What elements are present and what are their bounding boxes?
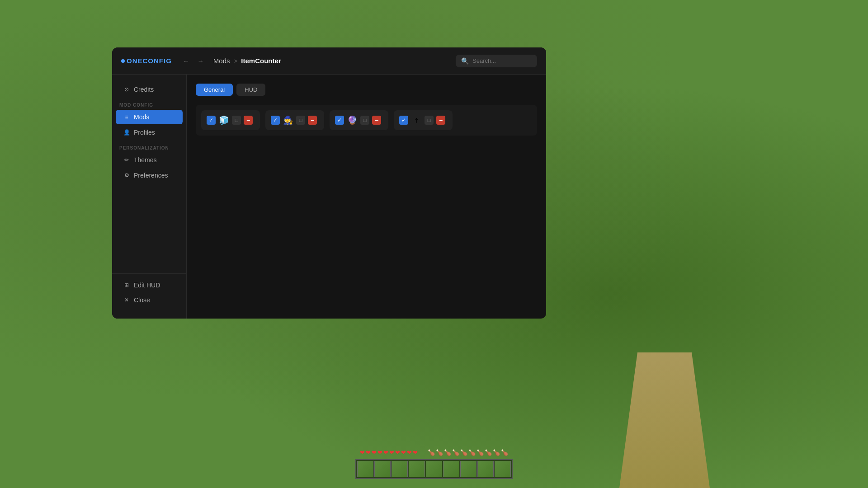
health-bar: ❤ ❤ ❤ ❤ ❤ ❤ ❤ ❤ ❤ ❤ 🍗 🍗 🍗 🍗 🍗 🍗 🍗 🍗 🍗 🍗 bbox=[360, 449, 508, 457]
hud-settings-4[interactable]: □ bbox=[425, 116, 434, 125]
breadcrumb-parent[interactable]: Mods bbox=[213, 57, 230, 65]
hotbar bbox=[355, 459, 513, 479]
heart-5: ❤ bbox=[383, 449, 388, 457]
hud-delete-1[interactable]: − bbox=[244, 116, 253, 125]
food-2: 🍗 bbox=[436, 449, 443, 457]
search-input[interactable] bbox=[472, 57, 532, 64]
check-icon-4: ✓ bbox=[401, 117, 406, 123]
sidebar-item-mods[interactable]: ≡ Mods bbox=[116, 110, 183, 124]
food-5: 🍗 bbox=[460, 449, 467, 457]
hud-delete-2[interactable]: − bbox=[308, 116, 317, 125]
hud-icon-2: 🧙 bbox=[283, 115, 293, 126]
themes-icon: ✏ bbox=[123, 157, 130, 163]
hotbar-slot-7[interactable] bbox=[460, 461, 476, 477]
food-3: 🍗 bbox=[444, 449, 451, 457]
tab-general[interactable]: General bbox=[196, 84, 233, 96]
hotbar-area: ❤ ❤ ❤ ❤ ❤ ❤ ❤ ❤ ❤ ❤ 🍗 🍗 🍗 🍗 🍗 🍗 🍗 🍗 🍗 🍗 bbox=[355, 449, 513, 479]
nav-arrows: ← → bbox=[181, 56, 206, 66]
hud-item-4: ✓ ↗ □ − bbox=[394, 110, 453, 130]
heart-6: ❤ bbox=[389, 449, 394, 457]
hotbar-slot-2[interactable] bbox=[374, 461, 391, 477]
breadcrumb-current: ItemCounter bbox=[241, 57, 281, 65]
header: ONECONFIG ← → Mods > ItemCounter 🔍 bbox=[112, 47, 546, 75]
breadcrumb: Mods > ItemCounter bbox=[213, 57, 281, 65]
breadcrumb-separator: > bbox=[234, 57, 238, 65]
food-7: 🍗 bbox=[476, 449, 484, 457]
heart-8: ❤ bbox=[401, 449, 406, 457]
back-button[interactable]: ← bbox=[181, 56, 192, 66]
sidebar-item-preferences[interactable]: ⚙ Preferences bbox=[116, 168, 183, 183]
tab-hud[interactable]: HUD bbox=[236, 84, 265, 96]
food-4: 🍗 bbox=[452, 449, 459, 457]
heart-1: ❤ bbox=[360, 449, 365, 457]
hud-item-2: ✓ 🧙 □ − bbox=[265, 110, 324, 130]
heart-3: ❤ bbox=[372, 449, 377, 457]
heart-7: ❤ bbox=[395, 449, 400, 457]
hud-delete-3[interactable]: − bbox=[372, 116, 381, 125]
sidebar-bottom: ⊞ Edit HUD ✕ Close bbox=[112, 273, 186, 311]
food-6: 🍗 bbox=[468, 449, 476, 457]
tabs: General HUD bbox=[196, 84, 537, 96]
app-title: ONECONFIG bbox=[127, 57, 172, 65]
logo-dot bbox=[121, 59, 125, 63]
heart-2: ❤ bbox=[366, 449, 371, 457]
sidebar-item-label: Profiles bbox=[134, 129, 155, 136]
hud-checkbox-2[interactable]: ✓ bbox=[271, 116, 280, 125]
hud-item-3: ✓ 🔮 □ − bbox=[330, 110, 388, 130]
sidebar: ⊙ Credits MOD CONFIG ≡ Mods 👤 Profiles P… bbox=[112, 75, 187, 319]
close-icon: ✕ bbox=[123, 297, 130, 303]
search-icon: 🔍 bbox=[461, 57, 469, 65]
heart-4: ❤ bbox=[377, 449, 382, 457]
profiles-icon: 👤 bbox=[123, 129, 130, 136]
main-window: ONECONFIG ← → Mods > ItemCounter 🔍 ⊙ Cre… bbox=[112, 47, 546, 319]
credits-icon: ⊙ bbox=[123, 86, 130, 93]
sidebar-item-label: Themes bbox=[134, 156, 157, 164]
sidebar-item-label: Edit HUD bbox=[134, 282, 160, 289]
app-logo: ONECONFIG bbox=[121, 57, 172, 65]
hud-icon-1: 🧊 bbox=[218, 115, 229, 126]
preferences-icon: ⚙ bbox=[123, 172, 130, 178]
sidebar-item-label: Credits bbox=[134, 86, 154, 93]
mods-icon: ≡ bbox=[123, 114, 130, 120]
hud-checkbox-1[interactable]: ✓ bbox=[207, 116, 216, 125]
heart-10: ❤ bbox=[413, 449, 418, 457]
sidebar-item-label: Preferences bbox=[134, 172, 168, 179]
food-1: 🍗 bbox=[428, 449, 435, 457]
hotbar-slot-3[interactable] bbox=[392, 461, 408, 477]
hud-settings-1[interactable]: □ bbox=[232, 116, 241, 125]
main-content: General HUD ✓ 🧊 □ − ✓ bbox=[187, 75, 546, 319]
heart-9: ❤ bbox=[407, 449, 412, 457]
search-box[interactable]: 🔍 bbox=[456, 55, 537, 67]
section-mod-config: MOD CONFIG bbox=[112, 97, 186, 109]
hud-delete-4[interactable]: − bbox=[436, 116, 445, 125]
hud-settings-2[interactable]: □ bbox=[296, 116, 305, 125]
food-8: 🍗 bbox=[485, 449, 492, 457]
sidebar-item-close[interactable]: ✕ Close bbox=[116, 293, 183, 307]
hud-checkbox-4[interactable]: ✓ bbox=[399, 116, 408, 125]
body: ⊙ Credits MOD CONFIG ≡ Mods 👤 Profiles P… bbox=[112, 75, 546, 319]
hotbar-slot-5[interactable] bbox=[426, 461, 442, 477]
hotbar-slot-9[interactable] bbox=[495, 461, 511, 477]
check-icon-2: ✓ bbox=[273, 117, 278, 123]
sidebar-item-profiles[interactable]: 👤 Profiles bbox=[116, 125, 183, 140]
sidebar-item-themes[interactable]: ✏ Themes bbox=[116, 153, 183, 167]
sidebar-item-label: Close bbox=[134, 296, 150, 304]
food-9: 🍗 bbox=[493, 449, 500, 457]
hotbar-slot-6[interactable] bbox=[443, 461, 459, 477]
hotbar-slot-1[interactable] bbox=[357, 461, 373, 477]
sidebar-item-credits[interactable]: ⊙ Credits bbox=[116, 82, 183, 97]
hud-item-1: ✓ 🧊 □ − bbox=[201, 110, 260, 130]
hud-grid: ✓ 🧊 □ − ✓ 🧙 □ − bbox=[196, 105, 537, 136]
edit-hud-icon: ⊞ bbox=[123, 282, 130, 288]
forward-button[interactable]: → bbox=[195, 56, 206, 66]
hud-icon-4: ↗ bbox=[409, 113, 424, 128]
hotbar-slot-8[interactable] bbox=[477, 461, 494, 477]
check-icon-1: ✓ bbox=[209, 117, 213, 123]
sidebar-item-edit-hud[interactable]: ⊞ Edit HUD bbox=[116, 278, 183, 292]
sidebar-item-label: Mods bbox=[134, 113, 149, 121]
food-10: 🍗 bbox=[501, 449, 508, 457]
hud-checkbox-3[interactable]: ✓ bbox=[335, 116, 344, 125]
hotbar-slot-4[interactable] bbox=[409, 461, 425, 477]
hud-settings-3[interactable]: □ bbox=[360, 116, 369, 125]
check-icon-3: ✓ bbox=[337, 117, 342, 123]
